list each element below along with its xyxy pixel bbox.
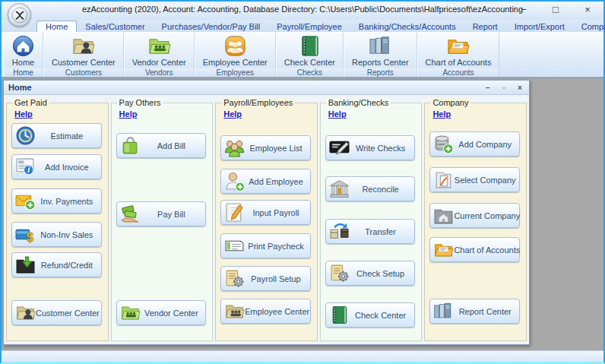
add-company-button[interactable]: Add Company bbox=[429, 131, 520, 157]
vendor-center-button[interactable]: Vendor Center bbox=[125, 33, 194, 68]
employee-center-button[interactable]: Employee Center bbox=[195, 33, 275, 68]
folder-document-icon bbox=[433, 169, 454, 190]
customer-folder-icon bbox=[15, 302, 36, 323]
minimize-icon[interactable]: − bbox=[483, 84, 493, 92]
vendor-center-button[interactable]: Vendor Center bbox=[116, 300, 207, 325]
customer-center-button[interactable]: Customer Center bbox=[11, 300, 102, 325]
app-window: ezAccounting (2020), Account: Accounting… bbox=[0, 0, 605, 364]
books-icon bbox=[433, 301, 454, 321]
non-inv-sales-button[interactable]: $ Non-Inv Sales bbox=[11, 222, 102, 247]
check-setup-button[interactable]: Check Setup bbox=[325, 261, 416, 286]
group-get-paid: Get Paid Help Estimate bbox=[6, 103, 109, 341]
notepad-pencil-icon bbox=[224, 202, 245, 223]
group-title: Get Paid bbox=[12, 98, 49, 108]
pay-bill-button[interactable]: Pay Bill bbox=[116, 201, 207, 226]
print-paycheck-button[interactable]: Print Paycheck bbox=[220, 233, 311, 258]
check-pen-icon bbox=[329, 138, 350, 158]
document-gear-icon bbox=[224, 268, 245, 289]
menu-item-payroll-employee[interactable]: Payroll/Employee bbox=[268, 21, 350, 32]
ribbon-group-caption-home: Home bbox=[4, 68, 43, 77]
customer-center-button[interactable]: Customer Center bbox=[44, 33, 123, 68]
add-bill-button[interactable]: Add Bill bbox=[116, 133, 207, 158]
app-logo-orb[interactable] bbox=[8, 3, 31, 27]
status-bar bbox=[2, 350, 603, 362]
folder-home-icon bbox=[433, 205, 454, 226]
employee-center-icon bbox=[223, 34, 247, 58]
mdi-background: Home − ▫ × Get Paid Help bbox=[2, 78, 603, 350]
help-link[interactable]: Help bbox=[432, 109, 451, 119]
ribbon-group-caption-vendors: Vendors bbox=[125, 68, 194, 77]
app-logo-icon bbox=[11, 6, 29, 24]
reports-center-button[interactable]: Reports Center bbox=[344, 33, 417, 68]
envelope-plus-icon bbox=[15, 191, 36, 211]
database-plus-icon bbox=[433, 134, 454, 154]
home-button[interactable]: Home bbox=[4, 33, 43, 68]
home-window-titlebar: Home − ▫ × bbox=[4, 81, 529, 95]
inv-payments-button[interactable]: Inv. Payments bbox=[11, 188, 102, 214]
help-link[interactable]: Help bbox=[328, 109, 347, 119]
chart-of-accounts-button[interactable]: Chart of Accounts bbox=[418, 33, 499, 68]
employee-center-button[interactable]: Employee Center bbox=[220, 299, 311, 324]
paycheck-icon bbox=[224, 236, 245, 256]
menu-item-purchases-vendor-pay-bill[interactable]: Purchases/Vendor/Pay Bill bbox=[154, 21, 269, 32]
titlebar: ezAccounting (2020), Account: Accounting… bbox=[2, 2, 603, 20]
ribbon-group-caption-employees: Employees bbox=[195, 68, 275, 77]
input-payroll-button[interactable]: Input Payroll bbox=[220, 200, 311, 225]
group-title: Company bbox=[430, 98, 470, 108]
home-icon bbox=[11, 34, 35, 58]
help-link[interactable]: Help bbox=[14, 109, 33, 119]
add-invoice-button[interactable]: i Add Invoice bbox=[11, 154, 102, 179]
payroll-setup-button[interactable]: Payroll Setup bbox=[220, 266, 311, 291]
menu-item-sales-customer[interactable]: Sales/Customer bbox=[77, 21, 153, 32]
clock-icon bbox=[15, 125, 36, 146]
group-pay-others: Pay Others Help Add Bill bbox=[111, 103, 214, 341]
window-title: ezAccounting (2020), Account: Accounting… bbox=[2, 5, 603, 14]
estimate-button[interactable]: Estimate bbox=[11, 123, 102, 148]
menu-item-company[interactable]: Company bbox=[573, 21, 605, 32]
check-center-icon bbox=[298, 34, 322, 58]
write-checks-button[interactable]: Write Checks bbox=[325, 135, 416, 160]
group-banking-checks: Banking/Checks Help Write Checks bbox=[320, 103, 423, 341]
close-icon[interactable]: × bbox=[515, 84, 524, 92]
menu-item-import-export[interactable]: Import/Export bbox=[506, 21, 573, 32]
invoice-info-icon: i bbox=[15, 157, 36, 177]
refund-credit-button[interactable]: Refund/Credit bbox=[11, 252, 102, 277]
transfer-boxes-icon bbox=[329, 221, 350, 242]
help-link[interactable]: Help bbox=[223, 109, 242, 119]
document-gear-icon bbox=[329, 263, 350, 283]
menu-item-home[interactable]: Home bbox=[36, 21, 77, 32]
close-icon[interactable]: × bbox=[579, 4, 596, 15]
employee-folder-icon bbox=[224, 301, 245, 321]
ribbon-toolbar: Home Home Customer Center Customers Vend… bbox=[2, 32, 603, 78]
home-window: Home − ▫ × Get Paid Help bbox=[3, 80, 530, 345]
current-company-button[interactable]: Current Company bbox=[429, 203, 520, 228]
reconcile-button[interactable]: Reconcile bbox=[325, 176, 416, 201]
select-company-button[interactable]: Select Company bbox=[429, 167, 520, 192]
transfer-button[interactable]: Transfer bbox=[325, 219, 416, 244]
credit-card-dollar-icon: $ bbox=[15, 224, 36, 245]
check-center-button[interactable]: Check Center bbox=[325, 302, 416, 328]
home-window-controls: − ▫ × bbox=[483, 84, 524, 92]
customer-center-icon bbox=[71, 34, 95, 58]
menu-item-report[interactable]: Report bbox=[464, 21, 506, 32]
ribbon-panel-customers: Customer Center Customers bbox=[43, 33, 124, 77]
add-employee-button[interactable]: Add Employee bbox=[220, 169, 311, 194]
chart-of-accounts-icon bbox=[446, 34, 470, 58]
ribbon-panel-vendors: Vendor Center Vendors bbox=[124, 33, 195, 77]
maximize-icon[interactable]: ▫ bbox=[499, 84, 508, 92]
maximize-icon[interactable]: □ bbox=[547, 4, 564, 15]
help-link[interactable]: Help bbox=[119, 109, 138, 119]
report-center-button[interactable]: Report Center bbox=[429, 299, 520, 324]
check-center-button[interactable]: Check Center bbox=[277, 33, 343, 68]
ribbon-panel-reports: Reports Center Reports bbox=[344, 33, 417, 77]
ribbon-panel-employees: Employee Center Employees bbox=[195, 33, 276, 77]
group-company: Company Help Add Company bbox=[424, 103, 527, 341]
person-plus-icon bbox=[224, 171, 245, 191]
menu-item-banking-checks-accounts[interactable]: Banking/Checks/Accounts bbox=[350, 21, 464, 32]
employee-list-button[interactable]: Employee List bbox=[220, 135, 311, 160]
group-payroll-employees: Payroll/Employees Help Employee List bbox=[215, 103, 318, 341]
svg-text:$: $ bbox=[27, 230, 33, 245]
chart-of-accounts-button[interactable]: Chart of Accounts bbox=[429, 237, 520, 262]
minimize-icon[interactable]: − bbox=[515, 4, 532, 15]
ribbon-panel-accounts: Chart of Accounts Accounts bbox=[417, 33, 500, 77]
